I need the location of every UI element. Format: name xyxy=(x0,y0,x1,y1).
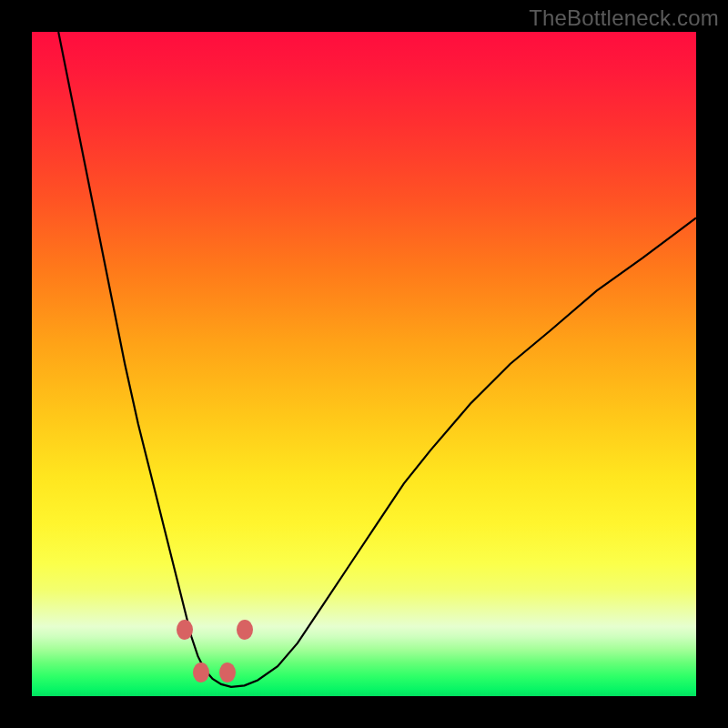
plot-area xyxy=(32,32,696,696)
marker-right-upper xyxy=(237,620,253,640)
chart-frame: TheBottleneck.com xyxy=(0,0,728,728)
curve-path xyxy=(58,32,696,687)
marker-right-lower xyxy=(219,662,236,682)
marker-left-upper xyxy=(177,620,193,640)
marker-left-lower xyxy=(193,662,209,682)
watermark-text: TheBottleneck.com xyxy=(529,5,719,31)
bottleneck-curve xyxy=(32,32,696,696)
